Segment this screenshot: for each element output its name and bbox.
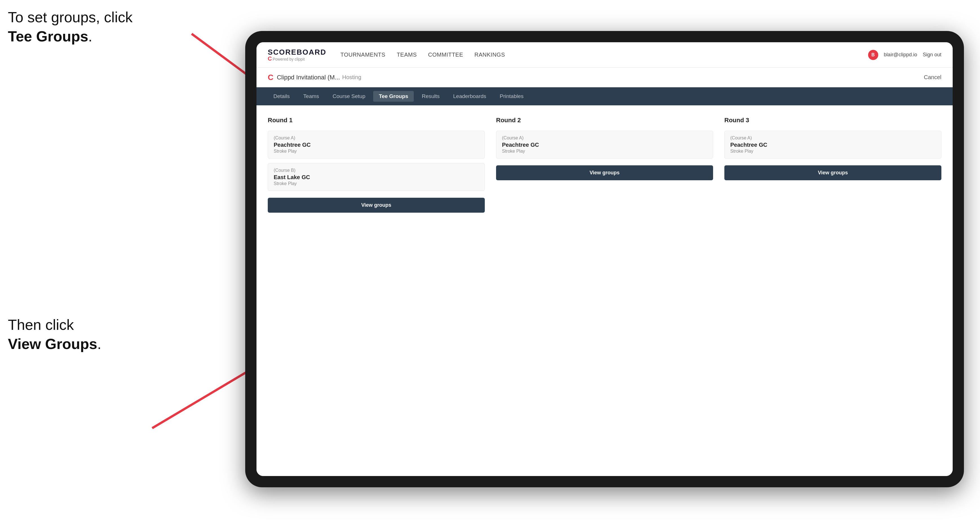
tablet-screen: SCOREBOARD CPowered by clippit TOURNAMEN… xyxy=(256,42,953,476)
logo-scoreboard: SCOREBOARD xyxy=(268,48,326,56)
round-1-course-a-name: Peachtree GC xyxy=(274,142,479,148)
round-3-view-groups-button[interactable]: View groups xyxy=(724,165,942,180)
tab-course-setup[interactable]: Course Setup xyxy=(327,91,371,102)
round-2-course-a-label: (Course A) xyxy=(502,135,707,141)
round-3-title: Round 3 xyxy=(724,117,942,124)
sub-header: C Clippd Invitational (M... Hosting Canc… xyxy=(256,68,953,87)
tab-results[interactable]: Results xyxy=(416,91,445,102)
logo-sub: CPowered by clippit xyxy=(268,56,326,61)
nav-teams[interactable]: TEAMS xyxy=(396,51,417,59)
round-1-course-a-type: Stroke Play xyxy=(274,149,479,154)
tab-tee-groups[interactable]: Tee Groups xyxy=(373,91,414,102)
round-1-column: Round 1 (Course A) Peachtree GC Stroke P… xyxy=(268,117,485,213)
nav-committee[interactable]: COMMITTEE xyxy=(428,51,463,59)
round-3-course-a-card: (Course A) Peachtree GC Stroke Play xyxy=(724,131,942,159)
instruction-top: To set groups, click Tee Groups. xyxy=(8,8,132,46)
main-content: Round 1 (Course A) Peachtree GC Stroke P… xyxy=(256,105,953,476)
tab-leaderboards[interactable]: Leaderboards xyxy=(447,91,492,102)
round-1-course-b-label: (Course B) xyxy=(274,168,479,173)
round-1-course-b-name: East Lake GC xyxy=(274,174,479,181)
top-nav: SCOREBOARD CPowered by clippit TOURNAMEN… xyxy=(256,42,953,68)
round-3-column: Round 3 (Course A) Peachtree GC Stroke P… xyxy=(724,117,942,213)
round-3-course-a-name: Peachtree GC xyxy=(730,142,935,148)
round-2-course-a-card: (Course A) Peachtree GC Stroke Play xyxy=(496,131,713,159)
logo-area: SCOREBOARD CPowered by clippit xyxy=(268,48,326,61)
round-1-view-groups-button[interactable]: View groups xyxy=(268,198,485,213)
round-2-title: Round 2 xyxy=(496,117,713,124)
svg-line-3 xyxy=(152,366,256,428)
round-1-course-a-card: (Course A) Peachtree GC Stroke Play xyxy=(268,131,485,159)
instruction-top-line2: Tee Groups. xyxy=(8,27,132,46)
sub-header-title: Clippd Invitational (M... xyxy=(277,74,340,81)
sub-header-hosting: Hosting xyxy=(342,74,361,81)
round-3-course-a-label: (Course A) xyxy=(730,135,935,141)
round-2-column: Round 2 (Course A) Peachtree GC Stroke P… xyxy=(496,117,713,213)
tab-printables[interactable]: Printables xyxy=(494,91,529,102)
tab-teams[interactable]: Teams xyxy=(298,91,325,102)
round-2-view-groups-button[interactable]: View groups xyxy=(496,165,713,180)
nav-user-email: blair@clippd.io xyxy=(884,52,917,58)
nav-rankings[interactable]: RANKINGS xyxy=(474,51,505,59)
instruction-bottom-line2: View Groups. xyxy=(8,335,101,354)
round-1-course-a-label: (Course A) xyxy=(274,135,479,141)
instruction-top-line1: To set groups, click xyxy=(8,8,132,27)
cancel-button[interactable]: Cancel xyxy=(924,74,942,81)
sign-out-link[interactable]: Sign out xyxy=(923,52,942,58)
tab-bar: Details Teams Course Setup Tee Groups Re… xyxy=(256,87,953,105)
nav-right: B blair@clippd.io Sign out xyxy=(868,50,942,60)
logo-text: SCOREBOARD xyxy=(268,48,326,56)
tablet: SCOREBOARD CPowered by clippit TOURNAMEN… xyxy=(245,31,964,487)
user-avatar: B xyxy=(868,50,878,60)
round-3-course-a-type: Stroke Play xyxy=(730,149,935,154)
round-1-course-b-card: (Course B) East Lake GC Stroke Play xyxy=(268,163,485,191)
nav-items: TOURNAMENTS TEAMS COMMITTEE RANKINGS xyxy=(340,51,868,59)
round-2-course-a-type: Stroke Play xyxy=(502,149,707,154)
instruction-bottom: Then click View Groups. xyxy=(8,316,101,354)
sub-header-logo-c: C xyxy=(268,73,274,82)
nav-tournaments[interactable]: TOURNAMENTS xyxy=(340,51,386,59)
rounds-grid: Round 1 (Course A) Peachtree GC Stroke P… xyxy=(268,117,942,213)
round-2-course-a-name: Peachtree GC xyxy=(502,142,707,148)
round-1-title: Round 1 xyxy=(268,117,485,124)
round-1-course-b-type: Stroke Play xyxy=(274,181,479,186)
instruction-bottom-line1: Then click xyxy=(8,316,101,335)
tab-details[interactable]: Details xyxy=(268,91,295,102)
